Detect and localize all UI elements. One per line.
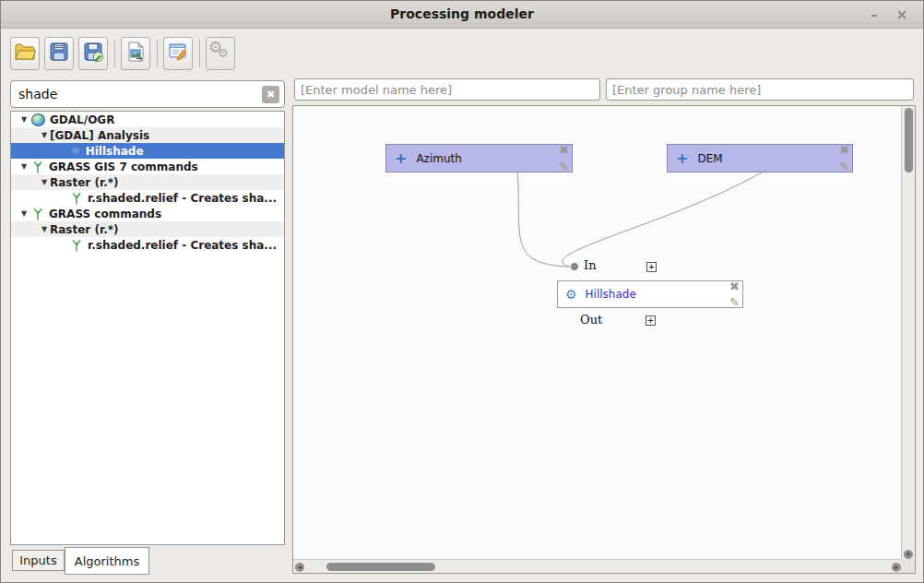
in-port-dot xyxy=(571,263,578,270)
edit-node-icon[interactable]: ✎ xyxy=(559,160,569,173)
tree-item-raster-2[interactable]: ▼ Raster (r.*) xyxy=(11,221,284,237)
vertical-scrollbar-thumb[interactable] xyxy=(905,108,913,173)
model-canvas[interactable]: + Azimuth ✖ ✎ + DEM ✖ ✎ In + ⚙ Hillshade… xyxy=(292,105,916,574)
vertical-scrollbar[interactable]: ▾ xyxy=(901,106,915,561)
toolbar-separator xyxy=(199,40,200,67)
model-name-input[interactable] xyxy=(294,78,600,101)
connection-edges xyxy=(293,106,901,559)
titlebar[interactable]: Processing modeler – × xyxy=(1,1,923,29)
expand-arrow-icon[interactable]: ▼ xyxy=(39,131,50,139)
open-model-folder-icon xyxy=(14,42,36,65)
export-as-image-button[interactable] xyxy=(121,37,150,70)
tree-item-grass-commands[interactable]: ▼ GRASS commands xyxy=(11,206,284,221)
model-node-dem[interactable]: + DEM ✖ ✎ xyxy=(667,144,853,173)
add-input-icon: + xyxy=(395,149,407,167)
close-button[interactable]: × xyxy=(892,5,912,25)
horizontal-scrollbar-thumb[interactable] xyxy=(326,563,435,571)
tab-algorithms[interactable]: Algorithms xyxy=(65,547,149,575)
expand-arrow-icon[interactable]: ▼ xyxy=(18,115,30,124)
run-model-button[interactable]: ⚙⚙ xyxy=(206,37,235,70)
tree-item-rshadedrelief-1[interactable]: r.shaded.relief - Creates sha... xyxy=(11,190,284,206)
edit-model-help-icon xyxy=(168,42,188,65)
group-name-input[interactable] xyxy=(606,78,914,101)
algorithm-search: ✖ xyxy=(10,80,285,108)
algorithm-tree: ▼ GDAL/OGR ▼ [GDAL] Analysis ☼ Hillshade… xyxy=(10,111,285,545)
toolbar-separator xyxy=(114,40,115,67)
tree-item-rshadedrelief-2[interactable]: r.shaded.relief - Creates sha... xyxy=(11,237,284,253)
edit-node-icon[interactable]: ✎ xyxy=(839,160,849,173)
run-model-gears-icon: ⚙⚙ xyxy=(210,43,231,64)
save-model-icon xyxy=(49,42,69,65)
scroll-left-arrow[interactable]: ◂ xyxy=(295,563,304,572)
delete-node-icon[interactable]: ✖ xyxy=(839,143,849,157)
edit-model-help-button[interactable] xyxy=(163,37,193,70)
scroll-down-arrow[interactable]: ▾ xyxy=(904,550,913,559)
export-as-image-icon xyxy=(125,42,146,65)
in-expander-button[interactable]: + xyxy=(646,262,657,272)
expand-arrow-icon[interactable]: ▼ xyxy=(39,225,50,233)
grass-leaf-icon xyxy=(70,192,83,205)
add-input-icon: + xyxy=(676,149,688,167)
edit-node-icon[interactable]: ✎ xyxy=(729,295,740,309)
toolbar: ⚙⚙ xyxy=(10,36,240,71)
delete-node-icon[interactable]: ✖ xyxy=(559,143,569,157)
out-port-label: Out xyxy=(580,313,602,327)
search-input[interactable] xyxy=(18,84,254,104)
delete-node-icon[interactable]: ✖ xyxy=(729,280,740,293)
window-title: Processing modeler xyxy=(1,6,923,21)
model-node-hillshade[interactable]: ⚙ Hillshade ✖ ✎ xyxy=(557,280,743,308)
model-node-azimuth[interactable]: + Azimuth ✖ ✎ xyxy=(385,144,573,173)
processing-modeler-window: Processing modeler – × xyxy=(0,0,924,583)
scrollbar-corner xyxy=(901,559,915,573)
grass-leaf-icon xyxy=(31,208,44,220)
tree-item-raster-1[interactable]: ▼ Raster (r.*) xyxy=(11,174,284,190)
grass-leaf-icon xyxy=(70,239,83,252)
tree-item-gdal-analysis[interactable]: ▼ [GDAL] Analysis xyxy=(11,127,284,143)
gdal-globe-icon xyxy=(31,113,45,126)
expand-arrow-icon[interactable]: ▼ xyxy=(18,162,30,171)
tree-item-hillshade[interactable]: ☼ Hillshade xyxy=(11,143,284,159)
open-model-button[interactable] xyxy=(10,37,40,70)
hillshade-sun-icon: ☼ xyxy=(70,144,81,158)
toolbar-separator xyxy=(157,40,158,67)
tree-item-gdal-ogr[interactable]: ▼ GDAL/OGR xyxy=(11,112,284,127)
algorithm-gear-icon: ⚙ xyxy=(565,287,577,302)
horizontal-scrollbar[interactable]: ◂ ▸ xyxy=(293,559,903,573)
grass-leaf-icon xyxy=(31,161,44,173)
in-port-label: In xyxy=(584,258,597,272)
save-model-button[interactable] xyxy=(44,37,74,70)
tab-inputs[interactable]: Inputs xyxy=(12,550,65,571)
scroll-right-arrow[interactable]: ▸ xyxy=(892,563,901,572)
tree-item-grass-gis7[interactable]: ▼ GRASS GIS 7 commands xyxy=(11,159,284,174)
save-model-as-icon xyxy=(83,42,103,65)
save-model-as-button[interactable] xyxy=(78,37,108,70)
minimize-button[interactable]: – xyxy=(864,5,884,25)
expand-arrow-icon[interactable]: ▼ xyxy=(39,178,50,186)
clear-search-icon[interactable]: ✖ xyxy=(262,86,279,103)
expand-arrow-icon[interactable]: ▼ xyxy=(18,209,30,218)
out-expander-button[interactable]: + xyxy=(646,315,656,326)
